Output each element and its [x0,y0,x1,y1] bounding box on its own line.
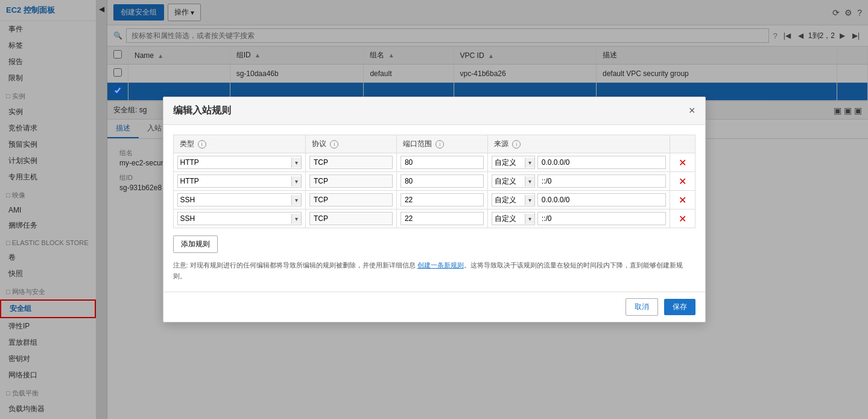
notice-text: 注意: 对现有规则进行的任何编辑都将导致所编辑的规则被删除，并使用新详细信息 创… [173,260,695,281]
rule-type-wrapper-3: ▾ [177,212,302,225]
rule-source-ip-2[interactable] [537,193,666,206]
rule-source-select-wrap-3: ▾ [492,212,535,225]
type-info-icon[interactable]: i [198,140,206,149]
create-new-rule-link[interactable]: 创建一条新规则 [417,261,464,269]
rule-source-wrapper-0: ▾ [492,156,666,169]
rule-type-input-2[interactable] [178,194,291,206]
port-info-icon[interactable]: i [436,140,444,149]
rule-protocol-input-0[interactable] [309,156,393,169]
rule-type-dropdown-1[interactable]: ▾ [291,176,301,187]
rule-source-wrapper-1: ▾ [492,174,666,188]
rule-type-wrapper-1: ▾ [177,174,302,188]
cancel-button[interactable]: 取消 [626,298,658,316]
rule-source-select-wrap-0: ▾ [492,156,535,169]
edit-inbound-rules-modal: 编辑入站规则 × 类型 i 协议 i 端口范 [163,97,706,322]
col-type-header: 类型 i [173,135,305,153]
rule-protocol-input-2[interactable] [309,193,393,206]
rule-type-input-3[interactable] [178,213,291,225]
rule-protocol-cell-3 [305,210,396,228]
rule-type-dropdown-0[interactable]: ▾ [291,158,301,168]
rule-source-type-2[interactable] [492,194,525,206]
rule-source-cell-2: ▾ [487,191,670,210]
rule-type-cell-2: ▾ [173,191,305,210]
col-action-header [670,135,695,153]
rule-protocol-cell-2 [305,191,396,210]
rule-type-cell-3: ▾ [173,210,305,228]
rule-source-cell-1: ▾ [487,172,670,191]
rule-port-cell-1 [396,172,487,191]
rule-port-input-2[interactable] [401,193,484,206]
rule-action-cell-3: ✕ [670,210,695,228]
rule-remove-button-3[interactable]: ✕ [679,213,686,225]
rule-port-input-0[interactable] [401,156,484,169]
rule-port-cell-2 [396,191,487,210]
modal-close-button[interactable]: × [689,104,695,117]
save-button[interactable]: 保存 [664,299,695,315]
rule-source-type-1[interactable] [492,175,525,187]
rule-source-dropdown-1[interactable]: ▾ [525,176,534,187]
source-info-icon[interactable]: i [512,140,521,149]
rule-source-type-0[interactable] [492,156,525,168]
modal-overlay: 编辑入站规则 × 类型 i 协议 i 端口范 [0,0,868,419]
rule-remove-button-1[interactable]: ✕ [679,176,686,187]
rule-port-cell-0 [396,153,487,172]
add-rule-button[interactable]: 添加规则 [173,235,218,253]
rule-row-1: ▾ ▾ ✕ [173,172,695,191]
rules-table: 类型 i 协议 i 端口范围 i 来源 i [173,135,695,228]
rule-type-dropdown-3[interactable]: ▾ [291,214,301,224]
modal-body: 类型 i 协议 i 端口范围 i 来源 i [163,125,705,291]
rule-source-select-wrap-1: ▾ [492,174,535,188]
rule-action-cell-2: ✕ [670,191,695,210]
rule-source-ip-1[interactable] [537,174,666,188]
rule-source-wrapper-3: ▾ [492,212,666,225]
rule-remove-button-0[interactable]: ✕ [679,157,686,168]
rule-type-wrapper-2: ▾ [177,193,302,206]
rule-port-input-3[interactable] [401,212,484,225]
rule-source-ip-3[interactable] [537,212,666,225]
rule-type-dropdown-2[interactable]: ▾ [291,195,301,205]
rule-source-dropdown-0[interactable]: ▾ [525,158,534,168]
rule-type-cell-0: ▾ [173,153,305,172]
rule-protocol-cell-0 [305,153,396,172]
rule-source-dropdown-2[interactable]: ▾ [525,195,534,205]
modal-title: 编辑入站规则 [173,104,231,117]
rule-source-wrapper-2: ▾ [492,193,666,206]
modal-header: 编辑入站规则 × [163,97,705,125]
rule-source-select-wrap-2: ▾ [492,193,535,206]
col-source-header: 来源 i [487,135,670,153]
rule-row-0: ▾ ▾ ✕ [173,153,695,172]
modal-footer: 取消 保存 [163,292,705,322]
rule-action-cell-0: ✕ [670,153,695,172]
rule-row-2: ▾ ▾ ✕ [173,191,695,210]
rule-protocol-input-1[interactable] [309,174,393,188]
rule-remove-button-2[interactable]: ✕ [679,194,686,206]
rule-protocol-cell-1 [305,172,396,191]
rule-port-cell-3 [396,210,487,228]
rule-source-type-3[interactable] [492,213,525,225]
rule-port-input-1[interactable] [401,174,484,188]
rule-source-ip-0[interactable] [537,156,666,169]
rule-type-cell-1: ▾ [173,172,305,191]
col-protocol-header: 协议 i [305,135,396,153]
rule-protocol-input-3[interactable] [309,212,393,225]
rule-source-cell-0: ▾ [487,153,670,172]
rule-source-dropdown-3[interactable]: ▾ [525,214,534,224]
rule-row-3: ▾ ▾ ✕ [173,210,695,228]
rule-type-wrapper-0: ▾ [177,156,302,169]
rule-action-cell-1: ✕ [670,172,695,191]
rule-source-cell-3: ▾ [487,210,670,228]
protocol-info-icon[interactable]: i [330,140,338,149]
col-port-header: 端口范围 i [396,135,487,153]
rule-type-input-0[interactable] [178,156,291,168]
rule-type-input-1[interactable] [178,175,291,187]
